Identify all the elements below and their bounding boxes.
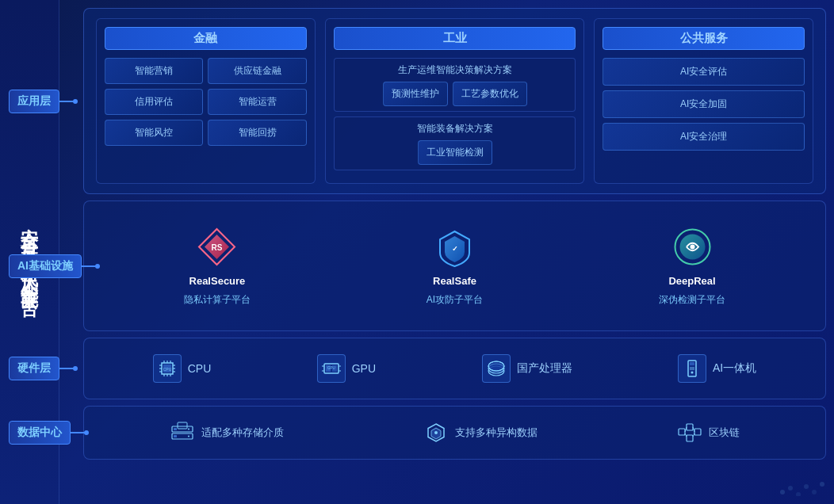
public-header: 公共服务 (603, 27, 805, 50)
dc-storage-label: 适配多种存储介质 (201, 426, 284, 440)
hw-domestic-label: 国产处理器 (517, 361, 572, 376)
decorative-dots (779, 464, 826, 496)
finance-grid: 智能营销 供应链金融 信用评估 智能运营 智能风控 智能回捞 (105, 58, 307, 146)
hetero-data-icon (423, 420, 449, 445)
svg-rect-51 (694, 429, 701, 435)
svg-text:✓: ✓ (451, 245, 457, 253)
finance-item-2: 供应链金融 (208, 58, 306, 84)
dc-blockchain: 区块链 (677, 420, 740, 445)
industry-section-2-items: 工业智能检测 (339, 140, 571, 165)
gpu-icon: GPU (317, 354, 346, 383)
finance-item-6: 智能回捞 (208, 120, 306, 146)
hw-gpu: GPU GPU (317, 354, 376, 383)
svg-rect-45 (178, 422, 187, 429)
dc-hetero-label: 支持多种异构数据 (455, 426, 538, 440)
realsecure-icon: RS (195, 225, 239, 269)
svg-point-48 (434, 431, 438, 434)
svg-point-58 (788, 486, 793, 491)
industry-column: 工业 生产运维智能决策解决方案 预测性维护 工艺参数优化 智能装备解决方案 工业… (325, 18, 585, 184)
dc-blockchain-label: 区块链 (709, 426, 740, 440)
hw-ai-machine-label: AI一体机 (713, 361, 756, 376)
industry-item-1: 预测性维护 (383, 82, 448, 106)
realsafe-desc: AI攻防子平台 (427, 293, 483, 307)
app-columns: 金融 智能营销 供应链金融 信用评估 智能运营 智能风控 智能回捞 工业 生产运… (96, 18, 813, 184)
svg-point-59 (796, 492, 801, 496)
svg-rect-42 (174, 435, 177, 437)
ai-layer-label: AI基础设施 (9, 254, 82, 278)
public-item-3: AI安全治理 (603, 123, 805, 151)
svg-point-60 (804, 484, 809, 489)
finance-item-4: 智能运营 (208, 89, 306, 115)
industry-section-2: 智能装备解决方案 工业智能检测 (334, 116, 576, 170)
domestic-processor-icon (482, 354, 511, 383)
svg-point-36 (691, 372, 693, 374)
industry-item-2: 工艺参数优化 (453, 82, 527, 106)
svg-point-44 (188, 436, 189, 437)
deepreal-name: DeepReal (668, 275, 715, 287)
hw-cpu-label: CPU (188, 362, 212, 375)
industry-section-2-title: 智能装备解决方案 (339, 122, 571, 136)
ai-infra-layer: AI基础设施 RS RealSecure 隐私计 (83, 200, 826, 331)
dc-layer-label: 数据中心 (9, 421, 71, 445)
hw-layer-label: 硬件层 (9, 357, 59, 380)
platform-realsecure: RS RealSecure 隐私计算子平台 (184, 225, 251, 307)
datacenter-layer: 数据中心 适配多种存储介质 (83, 406, 826, 460)
svg-line-55 (685, 433, 687, 437)
app-layer-label: 应用层 (9, 90, 59, 113)
realsecure-name: RealSecure (189, 275, 246, 287)
deepreal-icon (671, 225, 714, 269)
public-column: 公共服务 AI安全评估 AI安全加固 AI安全治理 (594, 18, 813, 184)
svg-point-62 (820, 482, 824, 487)
dc-hetero: 支持多种异构数据 (423, 420, 538, 445)
hardware-layer: 硬件层 CPU (83, 338, 826, 399)
public-item-1: AI安全评估 (603, 58, 805, 86)
svg-point-61 (812, 490, 817, 494)
hw-ai-machine: AI一体机 (678, 354, 756, 383)
hw-domestic: 国产处理器 (482, 354, 572, 383)
industry-section-1-title: 生产运维智能决策解决方案 (339, 63, 571, 77)
svg-rect-50 (687, 424, 693, 430)
industry-section-1: 生产运维智能决策解决方案 预测性维护 工艺参数优化 (334, 58, 576, 112)
realsafe-icon: ✓ (433, 225, 476, 269)
public-items: AI安全评估 AI安全加固 AI安全治理 (603, 58, 805, 151)
svg-point-43 (188, 429, 189, 430)
svg-point-57 (780, 490, 785, 494)
main-title: 安全可靠可控的新一代人工智能平台 (17, 214, 42, 290)
ai-machine-icon (678, 354, 706, 383)
svg-text:CPU: CPU (163, 367, 171, 372)
svg-rect-41 (174, 428, 177, 430)
application-layer: 应用层 金融 智能营销 供应链金融 信用评估 智能运营 智能风控 智能回捞 工业… (83, 8, 826, 194)
blockchain-icon (677, 420, 702, 445)
public-item-2: AI安全加固 (603, 90, 805, 118)
svg-rect-49 (679, 429, 685, 435)
realsafe-name: RealSafe (433, 275, 476, 287)
main-content: 应用层 金融 智能营销 供应链金融 信用评估 智能运营 智能风控 智能回捞 工业… (59, 8, 826, 496)
finance-item-3: 信用评估 (105, 89, 203, 115)
svg-rect-52 (687, 435, 693, 441)
platform-realsafe: ✓ RealSafe AI攻防子平台 (427, 225, 483, 307)
storage-icon (170, 420, 195, 445)
realsecure-desc: 隐私计算子平台 (184, 293, 251, 307)
industry-header: 工业 (334, 27, 576, 50)
hw-cpu: CPU CPU (153, 354, 212, 383)
svg-point-6 (690, 245, 694, 250)
dc-storage: 适配多种存储介质 (170, 420, 284, 445)
svg-text:GPU: GPU (327, 366, 335, 370)
svg-rect-35 (690, 362, 694, 365)
svg-text:RS: RS (212, 243, 223, 252)
industry-item-3: 工业智能检测 (418, 140, 492, 165)
industry-section-1-items: 预测性维护 工艺参数优化 (339, 82, 571, 106)
platform-deepreal: DeepReal 深伪检测子平台 (659, 225, 725, 307)
finance-column: 金融 智能营销 供应链金融 信用评估 智能运营 智能风控 智能回捞 (96, 18, 316, 184)
hw-gpu-label: GPU (352, 362, 376, 375)
deepreal-desc: 深伪检测子平台 (659, 293, 725, 307)
finance-item-1: 智能营销 (105, 58, 203, 84)
finance-item-5: 智能风控 (105, 120, 203, 146)
cpu-icon: CPU (153, 354, 182, 383)
finance-header: 金融 (105, 27, 307, 50)
